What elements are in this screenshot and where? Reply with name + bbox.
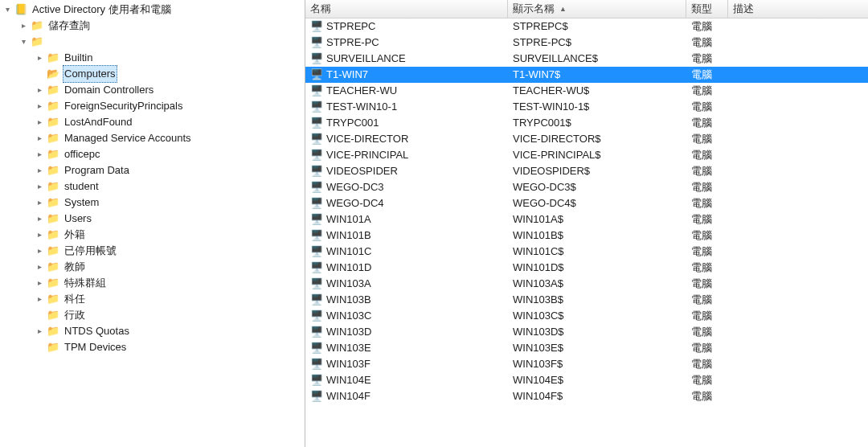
folder-icon: 📁 [47,325,59,338]
cell-name: 🖥️WIN101C [305,244,508,260]
cell-name-text: STPREPC [326,18,375,35]
expander-icon[interactable]: ▸ [34,227,45,243]
tree-node[interactable]: 📁TPM Devices [0,339,305,355]
list-row[interactable]: 🖥️WIN103BWIN103B$電腦 [305,292,868,308]
list-row[interactable]: 🖥️WIN101AWIN101A$電腦 [305,211,868,228]
cell-name-text: WIN103E [326,340,371,356]
computer-icon: 🖥️ [310,20,323,33]
expander-icon[interactable]: ▸ [34,243,45,259]
expander-icon[interactable]: ▸ [34,146,45,162]
tree-node[interactable]: ▸📁外籍 [0,227,305,243]
tree-node[interactable]: ▸📁特殊群組 [0,275,305,291]
cell-name: 🖥️WIN101A [305,211,508,228]
tree-node[interactable]: ▸📁officepc [0,146,305,162]
cell-name-text: SURVEILLANCE [326,51,406,67]
tree-node[interactable]: ▸📁Builtin [0,50,305,66]
list-body[interactable]: 🖥️STPREPCSTPREPC$電腦🖥️STPRE-PCSTPRE-PC$電腦… [305,18,868,447]
tree-root[interactable]: ▾ 📒 Active Directory 使用者和電腦 [0,2,305,18]
column-header-name[interactable]: 名稱 [305,0,508,18]
column-header-display[interactable]: 顯示名稱 ▲ [508,0,686,18]
cell-name-text: T1-WIN7 [326,67,368,83]
list-row[interactable]: 🖥️WIN101CWIN101C$電腦 [305,244,868,260]
computer-icon: 🖥️ [310,374,323,387]
cell-type: 電腦 [686,195,728,211]
tree-node[interactable]: ▸📁LostAndFound [0,114,305,130]
cell-display: VICE-DIRECTOR$ [508,131,686,147]
list-row[interactable]: 🖥️WIN104FWIN104F$電腦 [305,388,868,404]
list-row[interactable]: 🖥️T1-WIN7T1-WIN7$電腦 [305,67,868,83]
cell-name: 🖥️WIN103E [305,340,508,356]
tree-node[interactable]: ▸📁Managed Service Accounts [0,130,305,146]
tree-node[interactable]: ▸📁student [0,178,305,195]
expander-icon[interactable]: ▸ [34,275,45,291]
expander-icon[interactable]: ▾ [2,2,13,18]
expander-icon[interactable]: ▸ [18,18,29,34]
list-row[interactable]: 🖥️WEGO-DC3WEGO-DC3$電腦 [305,179,868,195]
expander-icon[interactable]: ▸ [34,162,45,178]
computer-icon: 🖥️ [310,261,323,274]
expander-icon[interactable]: ▸ [34,211,45,227]
list-row[interactable]: 🖥️WIN101DWIN101D$電腦 [305,260,868,276]
tree-node-label: 外籍 [63,227,87,243]
expander-icon[interactable]: ▸ [34,98,45,114]
cell-display: TEST-WIN10-1$ [508,99,686,115]
tree-node[interactable]: ▸📁NTDS Quotas [0,323,305,339]
tree-node[interactable]: ▸📁科任 [0,291,305,307]
expander-icon[interactable]: ▸ [34,82,45,98]
list-row[interactable]: 🖥️TEACHER-WUTEACHER-WU$電腦 [305,83,868,99]
list-row[interactable]: 🖥️VIDEOSPIDERVIDEOSPIDER$電腦 [305,163,868,179]
expander-icon[interactable]: ▸ [34,114,45,130]
expander-icon[interactable]: ▸ [34,178,45,195]
column-header-type[interactable]: 類型 [686,0,728,18]
list-row[interactable]: 🖥️VICE-PRINCIPALVICE-PRINCIPAL$電腦 [305,147,868,163]
list-row[interactable]: 🖥️WIN104EWIN104E$電腦 [305,372,868,388]
tree-node-label: Users [63,211,93,227]
tree-panel[interactable]: ▾ 📒 Active Directory 使用者和電腦 ▸📁儲存查詢▾📁▸📁Bu… [0,0,305,447]
list-row[interactable]: 🖥️SURVEILLANCESURVEILLANCE$電腦 [305,51,868,67]
expander-icon[interactable]: ▸ [34,50,45,66]
expander-icon[interactable]: ▸ [34,323,45,339]
list-row[interactable]: 🖥️WIN101BWIN101B$電腦 [305,228,868,244]
list-row[interactable]: 🖥️WIN103CWIN103C$電腦 [305,308,868,324]
tree-node[interactable]: ▸📁System [0,195,305,211]
expander-icon[interactable]: ▸ [34,259,45,275]
list-row[interactable]: 🖥️TRYPC001TRYPC001$電腦 [305,115,868,131]
column-header-type-label: 類型 [691,2,712,16]
tree-node[interactable]: 📂Computers [0,66,305,82]
cell-type: 電腦 [686,211,728,228]
tree-node-label: NTDS Quotas [63,323,131,339]
list-row[interactable]: 🖥️WIN103EWIN103E$電腦 [305,340,868,356]
list-row[interactable]: 🖥️STPREPCSTPREPC$電腦 [305,18,868,35]
tree-node[interactable]: ▸📁教師 [0,259,305,275]
tree-node[interactable]: ▸📁儲存查詢 [0,18,305,34]
tree-node[interactable]: ▸📁已停用帳號 [0,243,305,259]
list-row[interactable]: 🖥️TEST-WIN10-1TEST-WIN10-1$電腦 [305,99,868,115]
folder-icon: 📁 [31,19,43,32]
tree-node[interactable]: ▸📁Users [0,211,305,227]
tree-node[interactable]: 📁行政 [0,307,305,323]
expander-icon[interactable]: ▸ [34,130,45,146]
tree-node[interactable]: ▸📁ForeignSecurityPrincipals [0,98,305,114]
list-row[interactable]: 🖥️WIN103AWIN103A$電腦 [305,276,868,292]
list-row[interactable]: 🖥️STPRE-PCSTPRE-PC$電腦 [305,35,868,51]
expander-icon[interactable]: ▸ [34,291,45,307]
cell-display: WIN104F$ [508,388,686,404]
cell-type: 電腦 [686,340,728,356]
cell-display: WEGO-DC3$ [508,179,686,195]
ou-icon: 📁 [47,309,59,322]
tree-node[interactable]: ▾📁 [0,34,305,50]
expander-icon[interactable]: ▾ [18,34,29,50]
folder-icon: 📁 [47,164,59,177]
list-row[interactable]: 🖥️WIN103FWIN103F$電腦 [305,356,868,372]
list-row[interactable]: 🖥️WEGO-DC4WEGO-DC4$電腦 [305,195,868,211]
computer-icon: 🖥️ [310,36,323,49]
list-row[interactable]: 🖥️VICE-DIRECTORVICE-DIRECTOR$電腦 [305,131,868,147]
column-header-desc[interactable]: 描述 [728,0,868,18]
cell-name-text: WIN103F [326,356,371,372]
list-row[interactable]: 🖥️WIN103DWIN103D$電腦 [305,324,868,340]
tree-node[interactable]: ▸📁Domain Controllers [0,82,305,98]
computer-icon: 🖥️ [310,390,323,403]
cell-type: 電腦 [686,292,728,308]
expander-icon[interactable]: ▸ [34,195,45,211]
tree-node[interactable]: ▸📁Program Data [0,162,305,178]
